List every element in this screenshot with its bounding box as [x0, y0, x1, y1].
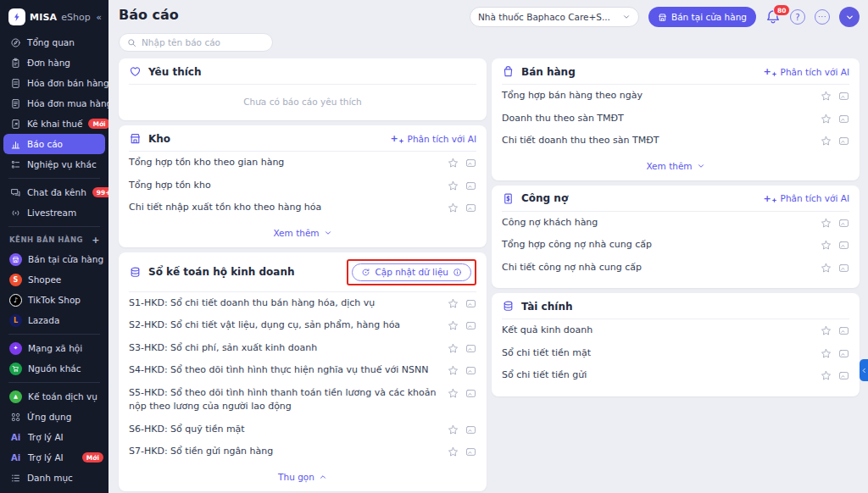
report-row[interactable]: Tổng hợp tồn kho	[129, 174, 476, 197]
analyze-with-ai-link[interactable]: + Phân tích với AI	[763, 193, 849, 204]
pin-to-screen-icon[interactable]	[838, 114, 849, 125]
report-row[interactable]: S3-HKD: Sổ chi phí, sản xuất kinh doanh	[129, 337, 476, 360]
pin-to-screen-icon[interactable]	[838, 136, 849, 147]
sidebar-item-tro-ly-ai-2[interactable]: Ai Trợ lý AI Mới	[0, 447, 108, 468]
pin-to-screen-icon[interactable]	[465, 298, 476, 309]
pin-to-screen-icon[interactable]	[838, 240, 849, 251]
sidebar-item-hoa-don-ban-hang[interactable]: Hóa đơn bán hàng	[0, 73, 108, 93]
favorite-star-icon[interactable]	[448, 388, 459, 399]
favorite-star-icon[interactable]	[448, 446, 459, 457]
favorite-star-icon[interactable]	[821, 325, 832, 336]
notifications-button[interactable]: 80	[765, 9, 781, 25]
sidebar-item-shopee[interactable]: S Shopee	[0, 269, 108, 290]
report-row[interactable]: S2-HKD: Sổ chi tiết vật liệu, dụng cụ, s…	[129, 314, 476, 337]
report-search[interactable]	[119, 33, 273, 52]
side-panel-toggle[interactable]	[860, 359, 868, 381]
favorite-star-icon[interactable]	[821, 91, 832, 102]
pin-to-screen-icon[interactable]	[465, 343, 476, 354]
favorite-star-icon[interactable]	[821, 114, 832, 125]
report-row[interactable]: S5-HKD: Sổ theo dõi tình hình thanh toán…	[129, 382, 476, 418]
report-row[interactable]: Sổ chi tiết tiền mặt	[502, 342, 849, 365]
search-input[interactable]	[142, 37, 264, 47]
store-selector-dropdown[interactable]: Nhà thuốc Baphaco Care+S...	[470, 7, 639, 27]
report-row[interactable]: S4-HKD: Sổ theo dõi tình hình thực hiện …	[129, 359, 476, 382]
pin-to-screen-icon[interactable]	[465, 158, 476, 169]
pin-to-screen-icon[interactable]	[465, 365, 476, 376]
sidebar-item-chat-da-kenh[interactable]: Chat đa kênh 99+	[0, 182, 108, 202]
sidebar-item-ung-dung[interactable]: Ứng dụng	[0, 407, 108, 427]
pin-to-screen-icon[interactable]	[838, 370, 849, 381]
report-row[interactable]: Tổng hợp tồn kho theo gian hàng	[129, 152, 476, 174]
favorite-star-icon[interactable]	[448, 343, 459, 354]
sidebar-item-ke-toan-dich-vu[interactable]: ▲ Kế toán dịch vụ	[0, 386, 108, 407]
favorite-star-icon[interactable]	[821, 348, 832, 359]
add-channel-button[interactable]: +	[92, 235, 100, 246]
favorite-star-icon[interactable]	[448, 365, 459, 376]
orders-icon	[9, 57, 21, 69]
sell-at-store-button[interactable]: Bán tại cửa hàng	[648, 7, 756, 27]
favorite-star-icon[interactable]	[448, 202, 459, 213]
sidebar-item-lazada[interactable]: L Lazada	[0, 310, 108, 330]
analyze-with-ai-link[interactable]: + Phân tích với AI	[763, 66, 849, 77]
sidebar-item-nguon-khac[interactable]: Nguồn khác	[0, 358, 108, 379]
pin-to-screen-icon[interactable]	[838, 263, 849, 274]
sidebar-item-livestream[interactable]: Livestream	[0, 202, 108, 223]
sidebar-item-tong-quan[interactable]: Tổng quan	[0, 32, 108, 53]
sidebar-item-bao-cao[interactable]: Báo cáo	[3, 134, 105, 154]
pin-to-screen-icon[interactable]	[838, 91, 849, 102]
report-row[interactable]: S7-HKD: Sổ tiền gửi ngân hàng	[129, 440, 476, 463]
update-data-button[interactable]: Cập nhật dữ liệu	[352, 263, 471, 281]
pin-to-screen-icon[interactable]	[838, 325, 849, 336]
favorite-star-icon[interactable]	[821, 218, 832, 229]
chevron-down-icon	[845, 13, 854, 22]
report-row[interactable]: Tổng hợp bán hàng theo ngày	[502, 85, 849, 108]
report-row[interactable]: Chi tiết công nợ nhà cung cấp	[502, 257, 849, 284]
chevron-down-icon	[324, 229, 332, 237]
favorite-star-icon[interactable]	[821, 240, 832, 251]
sidebar-collapse-button[interactable]: «	[96, 12, 102, 23]
favorite-star-icon[interactable]	[448, 158, 459, 169]
favorite-star-icon[interactable]	[448, 320, 459, 331]
pin-to-screen-icon[interactable]	[465, 320, 476, 331]
pin-to-screen-icon[interactable]	[838, 218, 849, 229]
collapse-link[interactable]: Thu gọn	[278, 472, 327, 482]
pin-to-screen-icon[interactable]	[465, 202, 476, 213]
favorite-star-icon[interactable]	[448, 180, 459, 191]
sidebar-item-ke-khai-thue[interactable]: Kê khai thuế Mới	[0, 114, 108, 134]
report-row[interactable]: S1-HKD: Sổ chi tiết doanh thu bán hàng h…	[129, 292, 476, 315]
divider	[8, 382, 100, 383]
see-more-link[interactable]: Xem thêm	[273, 228, 331, 238]
report-row[interactable]: Công nợ khách hàng	[502, 212, 849, 235]
report-row[interactable]: S6-HKD: Sổ quỹ tiền mặt	[129, 418, 476, 441]
sidebar-item-tro-ly-ai-1[interactable]: Ai Trợ lý AI	[0, 427, 108, 447]
analyze-with-ai-link[interactable]: + Phân tích với AI	[390, 133, 476, 144]
see-more-link[interactable]: Xem thêm	[646, 161, 704, 171]
favorite-star-icon[interactable]	[821, 136, 832, 147]
report-row[interactable]: Sổ chi tiết tiền gửi	[502, 364, 849, 391]
sidebar-item-mang-xa-hoi[interactable]: ✦ Mạng xã hội	[0, 338, 108, 358]
pin-to-screen-icon[interactable]	[465, 424, 476, 435]
sidebar-item-don-hang[interactable]: Đơn hàng	[0, 53, 108, 73]
sidebar-item-thiet-lap[interactable]: Thiết lập	[0, 488, 108, 493]
user-avatar-menu[interactable]	[839, 7, 860, 27]
sidebar-item-danh-muc[interactable]: Danh mục	[0, 468, 108, 488]
sidebar-item-nghiep-vu-khac[interactable]: Nghiệp vụ khác	[0, 154, 108, 174]
pin-to-screen-icon[interactable]	[838, 348, 849, 359]
help-button[interactable]: ?	[790, 9, 805, 25]
sidebar-item-hoa-don-mua-hang[interactable]: Hóa đơn mua hàng	[0, 93, 108, 114]
favorite-star-icon[interactable]	[821, 370, 832, 381]
report-row[interactable]: Doanh thu theo sàn TMĐT	[502, 108, 849, 130]
more-options-button[interactable]: ···	[815, 9, 830, 25]
favorite-star-icon[interactable]	[821, 263, 832, 274]
report-row[interactable]: Kết quả kinh doanh	[502, 319, 849, 342]
report-row[interactable]: Chi tiết doanh thu theo sàn TMĐT	[502, 130, 849, 152]
sidebar-item-ban-tai-cua-hang[interactable]: Bán tại cửa hàng	[0, 249, 108, 269]
favorite-star-icon[interactable]	[448, 298, 459, 309]
pin-to-screen-icon[interactable]	[465, 388, 476, 399]
favorite-star-icon[interactable]	[448, 424, 459, 435]
report-row[interactable]: Tổng hợp công nợ nhà cung cấp	[502, 234, 849, 257]
report-row[interactable]: Chi tiết nhập xuất tồn kho theo hàng hóa	[129, 197, 476, 219]
pin-to-screen-icon[interactable]	[465, 446, 476, 457]
pin-to-screen-icon[interactable]	[465, 180, 476, 191]
sidebar-item-tiktok-shop[interactable]: ♪ TikTok Shop	[0, 290, 108, 310]
